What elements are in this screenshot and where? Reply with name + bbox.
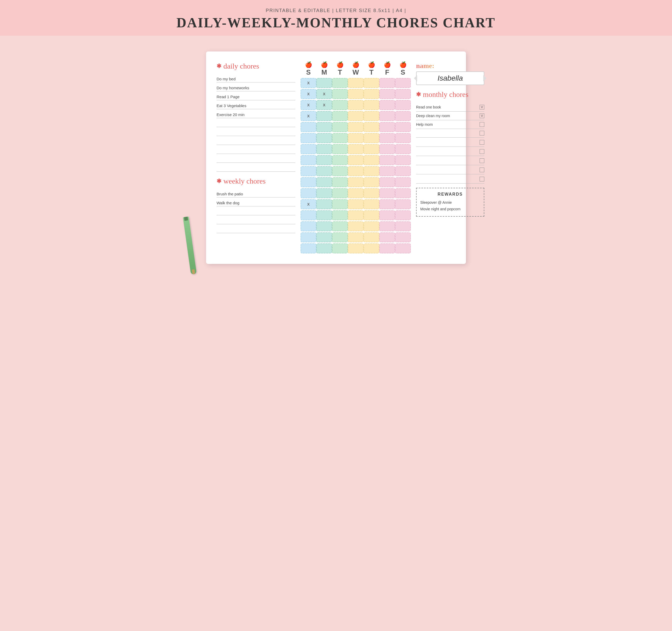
grid-cell-r3-c6[interactable]	[395, 111, 411, 121]
grid-cell-r8-c5[interactable]	[379, 166, 395, 176]
grid-cell-r12-c2[interactable]	[332, 210, 348, 220]
grid-cell-r6-c1[interactable]	[316, 144, 332, 154]
grid-cell-r1-c2[interactable]	[332, 89, 348, 99]
grid-cell-r4-c1[interactable]	[316, 122, 332, 132]
grid-cell-r7-c5[interactable]	[379, 155, 395, 165]
grid-cell-r13-c6[interactable]	[395, 221, 411, 231]
grid-cell-r2-c6[interactable]	[395, 100, 411, 110]
grid-cell-r7-c0[interactable]	[301, 155, 316, 165]
grid-cell-r0-c2[interactable]	[332, 78, 348, 88]
grid-cell-r11-c6[interactable]	[395, 199, 411, 209]
grid-cell-r14-c3[interactable]	[348, 232, 364, 242]
grid-cell-r5-c5[interactable]	[379, 133, 395, 143]
grid-cell-r8-c2[interactable]	[332, 166, 348, 176]
grid-cell-r3-c3[interactable]	[348, 111, 364, 121]
grid-cell-r8-c6[interactable]	[395, 166, 411, 176]
grid-cell-r10-c4[interactable]	[364, 188, 379, 198]
grid-cell-r4-c3[interactable]	[348, 122, 364, 132]
grid-cell-r14-c5[interactable]	[379, 232, 395, 242]
grid-cell-r15-c3[interactable]	[348, 243, 364, 253]
grid-cell-r7-c6[interactable]	[395, 155, 411, 165]
grid-cell-r12-c5[interactable]	[379, 210, 395, 220]
grid-cell-r12-c4[interactable]	[364, 210, 379, 220]
grid-cell-r2-c0[interactable]: X	[301, 100, 316, 110]
grid-cell-r9-c0[interactable]	[301, 177, 316, 187]
grid-cell-r6-c6[interactable]	[395, 144, 411, 154]
grid-cell-r15-c0[interactable]	[301, 243, 316, 253]
grid-cell-r4-c2[interactable]	[332, 122, 348, 132]
grid-cell-r13-c5[interactable]	[379, 221, 395, 231]
grid-cell-r4-c6[interactable]	[395, 122, 411, 132]
grid-cell-r15-c4[interactable]	[364, 243, 379, 253]
grid-cell-r4-c4[interactable]	[364, 122, 379, 132]
grid-cell-r1-c0[interactable]: X	[301, 89, 316, 99]
grid-cell-r5-c1[interactable]	[316, 133, 332, 143]
grid-cell-r6-c0[interactable]	[301, 144, 316, 154]
grid-cell-r6-c5[interactable]	[379, 144, 395, 154]
grid-cell-r3-c2[interactable]	[332, 111, 348, 121]
grid-cell-r12-c3[interactable]	[348, 210, 364, 220]
grid-cell-r9-c1[interactable]	[316, 177, 332, 187]
grid-cell-r8-c0[interactable]	[301, 166, 316, 176]
grid-cell-r1-c1[interactable]: X	[316, 89, 332, 99]
grid-cell-r1-c3[interactable]	[348, 89, 364, 99]
grid-cell-r5-c3[interactable]	[348, 133, 364, 143]
grid-cell-r13-c4[interactable]	[364, 221, 379, 231]
grid-cell-r13-c0[interactable]	[301, 221, 316, 231]
grid-cell-r8-c4[interactable]	[364, 166, 379, 176]
grid-cell-r14-c2[interactable]	[332, 232, 348, 242]
grid-cell-r2-c4[interactable]	[364, 100, 379, 110]
grid-cell-r3-c0[interactable]: X	[301, 111, 316, 121]
grid-cell-r6-c3[interactable]	[348, 144, 364, 154]
grid-cell-r7-c3[interactable]	[348, 155, 364, 165]
grid-cell-r2-c2[interactable]	[332, 100, 348, 110]
grid-cell-r0-c1[interactable]	[316, 78, 332, 88]
grid-cell-r6-c2[interactable]	[332, 144, 348, 154]
grid-cell-r2-c5[interactable]	[379, 100, 395, 110]
grid-cell-r14-c4[interactable]	[364, 232, 379, 242]
grid-cell-r7-c2[interactable]	[332, 155, 348, 165]
grid-cell-r15-c2[interactable]	[332, 243, 348, 253]
grid-cell-r0-c6[interactable]	[395, 78, 411, 88]
checkbox-2[interactable]: V	[480, 113, 484, 118]
grid-cell-r2-c3[interactable]	[348, 100, 364, 110]
grid-cell-r5-c2[interactable]	[332, 133, 348, 143]
grid-cell-r11-c0[interactable]: X	[301, 199, 316, 209]
grid-cell-r3-c5[interactable]	[379, 111, 395, 121]
grid-cell-r14-c1[interactable]	[316, 232, 332, 242]
grid-cell-r4-c0[interactable]	[301, 122, 316, 132]
grid-cell-r7-c4[interactable]	[364, 155, 379, 165]
grid-cell-r11-c1[interactable]	[316, 199, 332, 209]
grid-cell-r9-c5[interactable]	[379, 177, 395, 187]
grid-cell-r15-c6[interactable]	[395, 243, 411, 253]
grid-cell-r6-c4[interactable]	[364, 144, 379, 154]
grid-cell-r10-c5[interactable]	[379, 188, 395, 198]
grid-cell-r10-c6[interactable]	[395, 188, 411, 198]
grid-cell-r3-c1[interactable]	[316, 111, 332, 121]
grid-cell-r9-c2[interactable]	[332, 177, 348, 187]
grid-cell-r5-c0[interactable]	[301, 133, 316, 143]
grid-cell-r9-c3[interactable]	[348, 177, 364, 187]
grid-cell-r0-c0[interactable]: X	[301, 78, 316, 88]
grid-cell-r12-c6[interactable]	[395, 210, 411, 220]
grid-cell-r7-c1[interactable]	[316, 155, 332, 165]
grid-cell-r12-c0[interactable]	[301, 210, 316, 220]
grid-cell-r10-c3[interactable]	[348, 188, 364, 198]
checkbox-3[interactable]	[480, 122, 484, 127]
grid-cell-r9-c4[interactable]	[364, 177, 379, 187]
grid-cell-r10-c0[interactable]	[301, 188, 316, 198]
grid-cell-r8-c3[interactable]	[348, 166, 364, 176]
grid-cell-r11-c3[interactable]	[348, 199, 364, 209]
grid-cell-r11-c2[interactable]	[332, 199, 348, 209]
grid-cell-r10-c1[interactable]	[316, 188, 332, 198]
grid-cell-r13-c3[interactable]	[348, 221, 364, 231]
grid-cell-r10-c2[interactable]	[332, 188, 348, 198]
grid-cell-r11-c4[interactable]	[364, 199, 379, 209]
grid-cell-r0-c4[interactable]	[364, 78, 379, 88]
grid-cell-r14-c0[interactable]	[301, 232, 316, 242]
grid-cell-r14-c6[interactable]	[395, 232, 411, 242]
grid-cell-r8-c1[interactable]	[316, 166, 332, 176]
grid-cell-r13-c2[interactable]	[332, 221, 348, 231]
grid-cell-r5-c4[interactable]	[364, 133, 379, 143]
grid-cell-r15-c1[interactable]	[316, 243, 332, 253]
